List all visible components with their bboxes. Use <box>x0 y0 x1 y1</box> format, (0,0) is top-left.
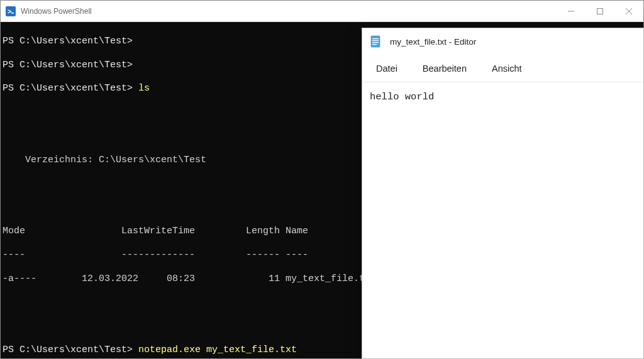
command-input: ls <box>138 83 150 94</box>
window-controls <box>557 1 643 22</box>
notepad-icon <box>370 35 381 48</box>
svg-rect-7 <box>371 36 380 47</box>
svg-rect-11 <box>372 44 377 45</box>
menu-view[interactable]: Ansicht <box>486 60 528 77</box>
prompt: PS C:\Users\xcent\Test> <box>3 60 133 70</box>
prompt: PS C:\Users\xcent\Test> <box>3 83 133 94</box>
command-input: notepad.exe my_text_file.txt <box>138 345 297 355</box>
powershell-title: Windows PowerShell <box>21 7 557 16</box>
svg-rect-10 <box>372 42 379 43</box>
prompt: PS C:\Users\xcent\Test> <box>3 36 133 47</box>
powershell-titlebar[interactable]: > Windows PowerShell <box>1 1 643 22</box>
svg-rect-4 <box>597 8 603 14</box>
svg-rect-8 <box>372 38 379 39</box>
svg-rect-2 <box>11 13 14 14</box>
notepad-window: my_text_file.txt - Editor Datei Bearbeit… <box>362 28 644 359</box>
notepad-title: my_text_file.txt - Editor <box>390 37 476 47</box>
notepad-text-area[interactable]: hello world <box>362 82 643 358</box>
svg-rect-14 <box>375 36 376 38</box>
powershell-icon: > <box>6 6 16 16</box>
svg-rect-15 <box>377 36 378 38</box>
minimize-button[interactable] <box>557 1 586 22</box>
svg-text:>: > <box>8 8 11 15</box>
close-button[interactable] <box>614 1 643 22</box>
svg-rect-13 <box>374 36 374 38</box>
menu-edit[interactable]: Bearbeiten <box>416 60 473 77</box>
menu-file[interactable]: Datei <box>370 60 404 77</box>
svg-rect-9 <box>372 40 379 41</box>
notepad-titlebar[interactable]: my_text_file.txt - Editor <box>362 28 643 55</box>
maximize-button[interactable] <box>586 1 614 22</box>
prompt: PS C:\Users\xcent\Test> <box>3 345 133 355</box>
svg-rect-12 <box>372 36 372 38</box>
notepad-menubar: Datei Bearbeiten Ansicht <box>362 55 643 82</box>
